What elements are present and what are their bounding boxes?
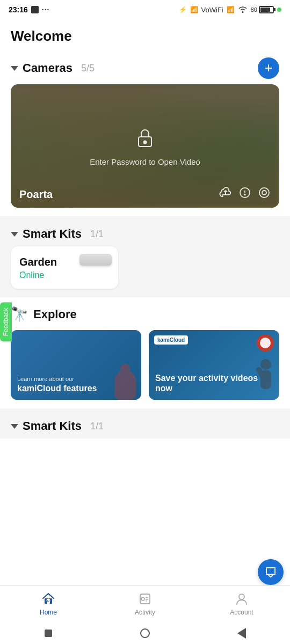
cameras-count: 5/5 <box>81 63 95 74</box>
explore-card-1-text: Learn more about our kamiCloud features <box>11 369 141 400</box>
kit-status: Online <box>19 270 110 280</box>
camera-action-icons <box>219 186 271 202</box>
nav-account-label: Account <box>230 609 253 616</box>
camera-name: Poarta <box>19 188 53 201</box>
time-label: 23:16 <box>9 5 28 14</box>
wifi2-icon <box>238 5 248 14</box>
kit-device-shape <box>79 254 112 266</box>
svg-point-12 <box>47 599 50 603</box>
svg-point-13 <box>47 600 48 601</box>
feedback-tab[interactable]: Feedback <box>0 303 12 342</box>
system-nav-bar <box>0 623 290 644</box>
explore-icon: 🔭 <box>11 306 28 323</box>
svg-rect-17 <box>146 597 148 598</box>
explore-title: Explore <box>33 308 77 321</box>
nav-home[interactable]: Home <box>27 591 70 616</box>
svg-point-4 <box>244 194 245 195</box>
kami-logo: kamiCloud <box>154 335 188 345</box>
status-bar: 23:16 ··· ⚡ 📶 VoWiFi 📶 80 <box>0 0 290 19</box>
battery-rect <box>259 6 274 13</box>
chat-button[interactable] <box>258 559 284 585</box>
explore-card-1-small: Learn more about our <box>17 376 135 382</box>
activity-icon <box>137 591 153 606</box>
wifi-icon: VoWiFi <box>201 6 223 14</box>
bottom-nav: Home Activity Account <box>0 586 290 623</box>
explore-cards: Learn more about our kamiCloud features … <box>11 330 279 408</box>
svg-point-20 <box>239 594 244 599</box>
explore-card-2[interactable]: kamiCloud Save your activity videos now <box>149 330 279 400</box>
system-back-circle-btn[interactable] <box>137 625 153 641</box>
bluetooth-icon: ⚡ <box>179 6 187 13</box>
cameras-section: Cameras 5/5 + Enter Pass <box>0 49 290 216</box>
alert-icon[interactable] <box>238 186 251 202</box>
bottom-smart-kits-left: Smart Kits 1/1 <box>11 419 104 433</box>
smart-kits-header: Smart Kits 1/1 <box>0 219 290 246</box>
smart-kits-count: 1/1 <box>90 229 104 240</box>
cameras-collapse-icon[interactable] <box>11 66 18 71</box>
battery-indicator: 80 <box>251 6 274 13</box>
triangle-icon <box>237 628 246 639</box>
svg-point-1 <box>144 141 147 143</box>
smart-kits-collapse-icon[interactable] <box>11 232 18 237</box>
kit-card[interactable]: Garden Online <box>11 246 118 289</box>
smart-kits-header-left: Smart Kits 1/1 <box>11 227 104 241</box>
signal2-icon: 📶 <box>227 6 235 13</box>
svg-point-6 <box>262 191 266 195</box>
kit-device-image <box>79 254 112 266</box>
signal-icon: 📶 <box>190 6 198 13</box>
account-icon <box>234 591 249 606</box>
bottom-smart-kits-count: 1/1 <box>90 421 104 432</box>
explore-header: 🔭 Explore <box>11 306 279 323</box>
nav-activity[interactable]: Activity <box>124 591 166 616</box>
page-content: Welcome Cameras 5/5 + <box>0 19 290 610</box>
svg-point-14 <box>49 600 49 601</box>
explore-card-2-text: Save your activity videos now <box>149 367 279 400</box>
smart-kits-title: Smart Kits <box>23 227 82 241</box>
explore-card-1-big: kamiCloud features <box>17 383 135 393</box>
cameras-title: Cameras <box>23 61 73 75</box>
nav-home-label: Home <box>40 609 57 616</box>
kit-card-wrapper: Garden Online <box>0 246 290 297</box>
explore-section: 🔭 Explore Learn more about our kamiCloud… <box>0 297 290 408</box>
status-left: 23:16 ··· <box>9 5 49 14</box>
welcome-header: Welcome <box>0 19 290 49</box>
explore-card-2-big: Save your activity videos now <box>155 373 273 393</box>
battery-percent: 80 <box>251 6 257 13</box>
nav-activity-label: Activity <box>135 609 155 616</box>
bottom-smart-kits-header: Smart Kits 1/1 <box>0 412 290 438</box>
bottom-smart-kits-title: Smart Kits <box>23 419 82 433</box>
lock-icon <box>133 126 157 152</box>
system-home-btn[interactable] <box>40 625 56 641</box>
cloud-upload-icon[interactable] <box>219 186 232 202</box>
explore-card-1[interactable]: Learn more about our kamiCloud features <box>11 330 141 400</box>
svg-point-16 <box>141 597 144 601</box>
record-icon[interactable] <box>258 186 271 202</box>
status-dots: ··· <box>42 5 50 14</box>
system-back-btn[interactable] <box>234 625 250 641</box>
camera-bottom-bar: Poarta <box>11 181 279 208</box>
cameras-header: Cameras 5/5 + <box>0 49 290 84</box>
status-square-icon <box>31 6 39 13</box>
svg-rect-19 <box>146 601 147 602</box>
cameras-header-left: Cameras 5/5 <box>11 61 95 75</box>
circle-icon <box>140 628 150 638</box>
add-icon: + <box>264 61 272 75</box>
feedback-label: Feedback <box>2 308 10 336</box>
welcome-title: Welcome <box>11 28 279 45</box>
bottom-smart-kits-section: Smart Kits 1/1 <box>0 408 290 438</box>
smart-kits-section: Smart Kits 1/1 Garden Online <box>0 216 290 297</box>
square-icon <box>45 630 52 637</box>
camera-password-text: Enter Password to Open Video <box>90 157 200 166</box>
nav-account[interactable]: Account <box>220 591 263 616</box>
camera-card[interactable]: Enter Password to Open Video Poarta <box>11 84 279 208</box>
battery-fill <box>260 8 270 12</box>
camera-card-wrapper: Enter Password to Open Video Poarta <box>0 84 290 216</box>
home-icon <box>41 591 56 606</box>
green-dot-indicator <box>277 8 281 12</box>
status-right: ⚡ 📶 VoWiFi 📶 80 <box>179 5 281 14</box>
svg-point-5 <box>259 188 269 197</box>
add-camera-button[interactable]: + <box>258 57 279 79</box>
svg-rect-18 <box>146 599 148 600</box>
bottom-smart-kits-icon[interactable] <box>11 424 18 429</box>
